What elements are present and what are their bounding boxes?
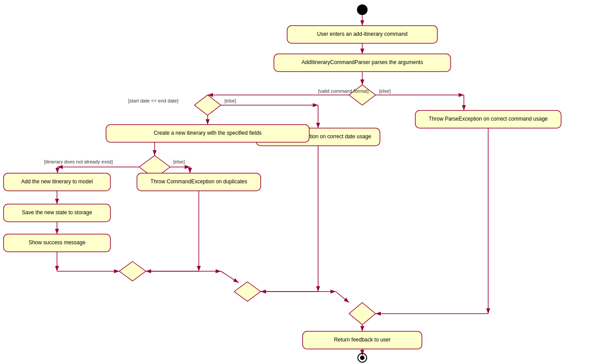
- diamond-merge-c: [349, 303, 376, 325]
- text-throw-parse-cmd: Throw ParseException on correct command …: [429, 116, 548, 122]
- diagram-container: User enters an add-itinerary command Add…: [0, 0, 592, 364]
- text-add-model: Add the new itinerary to model: [21, 178, 93, 185]
- text-user-enters: User enters an add-itinerary command: [317, 31, 408, 37]
- end-inner: [360, 356, 364, 360]
- text-create: Create a new itinerary with the specifie…: [154, 130, 262, 136]
- arrow-mergeA-mergeB2: [221, 271, 239, 283]
- arrow-mergeB-mergeC2: [336, 292, 349, 303]
- diamond-merge-a: [119, 262, 146, 281]
- diamond-date: [194, 95, 221, 115]
- label-valid-format: [valid command format]: [318, 88, 368, 94]
- text-feedback: Return feedback to user: [334, 337, 391, 343]
- text-parses: AddItineraryCommandParser parses the arg…: [302, 59, 423, 65]
- text-save: Save the new state to storage: [22, 209, 92, 216]
- label-else-itinerary: [else]: [173, 159, 185, 164]
- label-start-date: [start date <= end date]: [128, 98, 178, 103]
- diamond-merge-b: [234, 282, 261, 301]
- diamond-format: [349, 85, 376, 105]
- label-else-format: [else]: [379, 88, 391, 94]
- label-else-date: [else]: [224, 98, 236, 103]
- label-not-exist: [itinerary does not already exist]: [44, 159, 113, 164]
- text-success: Show success message: [29, 239, 86, 246]
- start-node: [357, 4, 368, 15]
- text-throw-dup: Throw CommandException on duplicates: [151, 178, 247, 185]
